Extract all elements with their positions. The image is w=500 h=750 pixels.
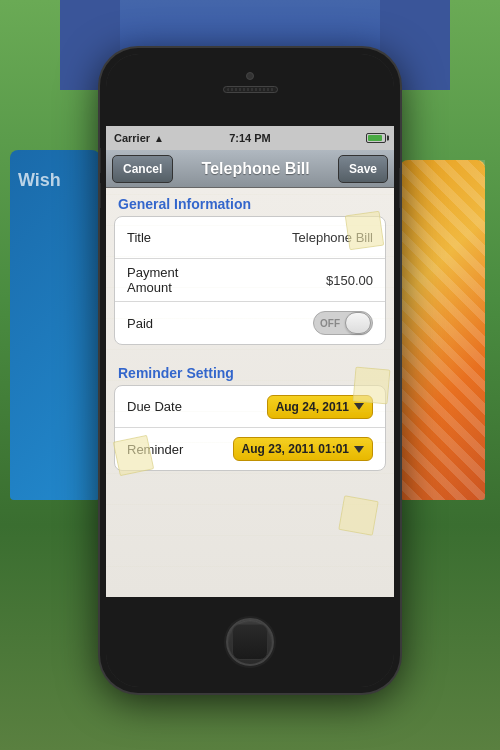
speaker <box>223 86 278 93</box>
nav-title: Telephone Bill <box>202 160 310 178</box>
due-date-row: Due Date Aug 24, 2011 <box>115 386 385 428</box>
status-bar: Carrier ▲ 7:14 PM <box>106 126 394 150</box>
power-button[interactable] <box>399 168 400 208</box>
title-label: Title <box>127 230 212 245</box>
save-button[interactable]: Save <box>338 155 388 183</box>
shopping-bag-left: Wish <box>10 150 100 500</box>
sticky-note-decoration-4 <box>338 495 379 536</box>
home-button[interactable] <box>226 618 274 666</box>
battery-icon <box>366 133 386 143</box>
reminder-value: Aug 23, 2011 01:01 <box>242 442 349 456</box>
sticky-note-decoration <box>345 211 385 251</box>
phone-device: Carrier ▲ 7:14 PM Cancel Telephone Bill … <box>100 48 400 693</box>
due-date-value: Aug 24, 2011 <box>276 400 349 414</box>
status-right <box>366 133 386 143</box>
content-area: General Information Title Telephone Bill… <box>106 188 394 597</box>
screen-body: General Information Title Telephone Bill… <box>106 188 394 597</box>
payment-amount-label: Payment Amount <box>127 265 212 295</box>
reminder-row: Reminder Aug 23, 2011 01:01 <box>115 428 385 470</box>
status-left: Carrier ▲ <box>114 132 164 144</box>
phone-top-bezel <box>106 54 394 126</box>
reminder-picker[interactable]: Aug 23, 2011 01:01 <box>233 437 373 461</box>
sticky-note-decoration-2 <box>353 367 391 405</box>
reminder-setting-header: Reminder Setting <box>106 357 394 385</box>
shopping-bag-right <box>400 160 485 500</box>
payment-amount-row: Payment Amount $150.00 <box>115 259 385 302</box>
navigation-bar: Cancel Telephone Bill Save <box>106 150 394 188</box>
front-camera <box>246 72 254 80</box>
sticky-note-decoration-3 <box>113 435 155 477</box>
home-button-inner <box>232 624 268 660</box>
phone-bottom-bezel <box>106 597 394 687</box>
due-date-dropdown-arrow <box>354 403 364 410</box>
payment-amount-value: $150.00 <box>212 273 373 288</box>
paid-toggle[interactable]: OFF <box>313 311 373 335</box>
general-information-table: Title Telephone Bill Payment Amount $150… <box>114 216 386 345</box>
title-row: Title Telephone Bill <box>115 217 385 259</box>
cancel-button[interactable]: Cancel <box>112 155 173 183</box>
due-date-label: Due Date <box>127 399 212 414</box>
volume-up-button[interactable] <box>100 148 101 173</box>
paid-row: Paid OFF <box>115 302 385 344</box>
carrier-label: Carrier <box>114 132 150 144</box>
paid-label: Paid <box>127 316 212 331</box>
phone-inner: Carrier ▲ 7:14 PM Cancel Telephone Bill … <box>106 54 394 687</box>
toggle-knob <box>345 312 371 334</box>
reminder-dropdown-arrow <box>354 446 364 453</box>
toggle-off-label: OFF <box>320 318 340 329</box>
screen: Carrier ▲ 7:14 PM Cancel Telephone Bill … <box>106 126 394 597</box>
reminder-setting-table: Due Date Aug 24, 2011 Reminder Aug 23, 2… <box>114 385 386 471</box>
battery-fill <box>368 135 382 141</box>
wifi-icon: ▲ <box>154 133 164 144</box>
general-information-header: General Information <box>106 188 394 216</box>
volume-down-button[interactable] <box>100 183 101 208</box>
status-time: 7:14 PM <box>229 132 271 144</box>
